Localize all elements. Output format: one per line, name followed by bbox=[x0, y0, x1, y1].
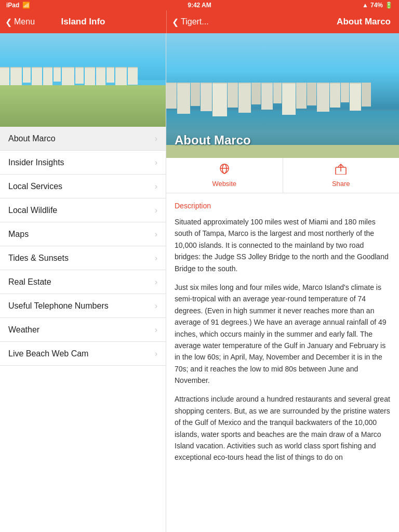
menu-back-label: Menu bbox=[14, 17, 35, 26]
menu-item-maps-label: Maps bbox=[8, 230, 29, 239]
action-bar: Website Share bbox=[166, 158, 399, 193]
detail-back-label: Tigert... bbox=[181, 17, 209, 26]
nav-right: ❮ Tigert... About Marco bbox=[166, 10, 399, 33]
menu-item-real-estate-chevron: › bbox=[155, 277, 157, 287]
building-9 bbox=[85, 67, 95, 86]
r-building-1 bbox=[166, 83, 177, 109]
building-6 bbox=[54, 67, 61, 82]
r-building-2 bbox=[177, 83, 190, 114]
menu-item-real-estate[interactable]: Real Estate › bbox=[0, 270, 166, 294]
r-building-11 bbox=[282, 83, 296, 115]
menu-back-button[interactable]: ❮ Menu bbox=[5, 17, 35, 27]
description-area: Description Situated approximately 100 m… bbox=[166, 193, 399, 532]
status-bar-right: ▲ 74% 🔋 bbox=[362, 2, 393, 9]
r-building-10 bbox=[273, 83, 282, 103]
r-building-5 bbox=[212, 83, 227, 116]
menu-item-local-wildlife-label: Local Wildlife bbox=[8, 206, 57, 215]
building-11 bbox=[107, 67, 114, 83]
building-12 bbox=[115, 67, 127, 87]
building-5 bbox=[43, 67, 52, 87]
status-bar: iPad 📶 9:42 AM ▲ 74% 🔋 bbox=[0, 0, 399, 10]
menu-item-local-wildlife-chevron: › bbox=[155, 206, 157, 215]
share-icon bbox=[334, 163, 348, 178]
share-button[interactable]: Share bbox=[283, 158, 400, 193]
website-icon bbox=[218, 163, 231, 178]
detail-back-button[interactable]: ❮ Tigert... bbox=[172, 17, 209, 27]
signal-icon: ▲ bbox=[362, 2, 368, 9]
detail-back-chevron-icon: ❮ bbox=[172, 17, 179, 27]
r-building-15 bbox=[330, 83, 340, 108]
building-1 bbox=[0, 67, 9, 85]
r-building-12 bbox=[296, 83, 307, 109]
left-hero-sand bbox=[0, 85, 166, 127]
battery-label: 74% bbox=[370, 2, 383, 9]
r-building-18 bbox=[362, 83, 371, 107]
right-nav-title: About Marco bbox=[337, 17, 391, 27]
menu-item-about-marco-chevron: › bbox=[155, 134, 157, 143]
menu-item-insider-insights-label: Insider Insights bbox=[8, 158, 64, 167]
menu-item-tides-sunsets-label: Tides & Sunsets bbox=[8, 254, 69, 263]
r-building-4 bbox=[201, 83, 212, 111]
menu-item-maps-chevron: › bbox=[155, 230, 157, 239]
r-building-17 bbox=[350, 83, 361, 111]
left-hero-image bbox=[0, 33, 166, 127]
menu-list: About Marco › Insider Insights › Local S… bbox=[0, 127, 166, 532]
r-building-9 bbox=[261, 83, 273, 110]
left-nav-title: Island Info bbox=[61, 17, 105, 27]
r-building-6 bbox=[228, 83, 238, 108]
menu-item-tides-sunsets[interactable]: Tides & Sunsets › bbox=[0, 246, 166, 270]
battery-icon: 🔋 bbox=[385, 2, 393, 9]
right-hero-buildings bbox=[166, 83, 399, 116]
description-para-3: Attractions include around a hundred res… bbox=[175, 393, 391, 463]
menu-item-local-services-label: Local Services bbox=[8, 182, 62, 191]
main-content: About Marco › Insider Insights › Local S… bbox=[0, 33, 399, 532]
right-panel: About Marco Website bbox=[166, 33, 399, 532]
svg-point-0 bbox=[222, 164, 227, 174]
menu-item-weather-chevron: › bbox=[155, 325, 157, 335]
back-chevron-icon: ❮ bbox=[5, 17, 12, 27]
nav-left: ❮ Menu Island Info bbox=[0, 10, 166, 33]
menu-item-about-marco[interactable]: About Marco › bbox=[0, 127, 166, 151]
menu-item-live-beach-webcam-label: Live Beach Web Cam bbox=[8, 349, 88, 358]
status-bar-time: 9:42 AM bbox=[188, 2, 211, 9]
menu-item-tides-sunsets-chevron: › bbox=[155, 254, 157, 263]
menu-item-live-beach-webcam[interactable]: Live Beach Web Cam › bbox=[0, 342, 166, 366]
right-hero-title: About Marco bbox=[175, 133, 251, 148]
building-13 bbox=[128, 67, 138, 85]
menu-item-useful-telephone-chevron: › bbox=[155, 301, 157, 311]
menu-item-local-services-chevron: › bbox=[155, 182, 157, 191]
r-building-8 bbox=[251, 83, 261, 104]
menu-item-local-wildlife[interactable]: Local Wildlife › bbox=[0, 198, 166, 222]
menu-item-weather[interactable]: Weather › bbox=[0, 318, 166, 342]
status-bar-left: iPad 📶 bbox=[6, 2, 30, 9]
building-3 bbox=[23, 67, 31, 83]
menu-item-live-beach-webcam-chevron: › bbox=[155, 349, 157, 358]
menu-item-real-estate-label: Real Estate bbox=[8, 277, 51, 287]
r-building-13 bbox=[307, 83, 316, 105]
share-label: Share bbox=[332, 180, 350, 188]
r-building-14 bbox=[317, 83, 329, 112]
left-panel: About Marco › Insider Insights › Local S… bbox=[0, 33, 166, 532]
description-para-2: Just six miles long and four miles wide,… bbox=[175, 282, 391, 387]
menu-item-useful-telephone-label: Useful Telephone Numbers bbox=[8, 301, 109, 311]
wifi-icon: 📶 bbox=[22, 2, 30, 9]
description-label: Description bbox=[175, 202, 391, 210]
r-building-7 bbox=[238, 83, 251, 113]
menu-item-insider-insights-chevron: › bbox=[155, 158, 157, 167]
r-building-3 bbox=[191, 83, 200, 106]
menu-item-weather-label: Weather bbox=[8, 325, 39, 335]
menu-item-local-services[interactable]: Local Services › bbox=[0, 175, 166, 198]
right-hero-image: About Marco bbox=[166, 33, 399, 158]
r-building-16 bbox=[341, 83, 349, 102]
website-label: Website bbox=[212, 180, 236, 188]
menu-item-about-marco-label: About Marco bbox=[8, 134, 56, 143]
menu-item-insider-insights[interactable]: Insider Insights › bbox=[0, 151, 166, 175]
building-8 bbox=[75, 67, 84, 84]
menu-item-useful-telephone[interactable]: Useful Telephone Numbers › bbox=[0, 294, 166, 318]
menu-item-maps[interactable]: Maps › bbox=[0, 222, 166, 246]
description-para-1: Situated approximately 100 miles west of… bbox=[175, 216, 391, 274]
device-label: iPad bbox=[6, 2, 19, 9]
building-4 bbox=[32, 67, 42, 88]
website-button[interactable]: Website bbox=[166, 158, 283, 193]
nav-container: ❮ Menu Island Info ❮ Tigert... About Mar… bbox=[0, 10, 399, 33]
